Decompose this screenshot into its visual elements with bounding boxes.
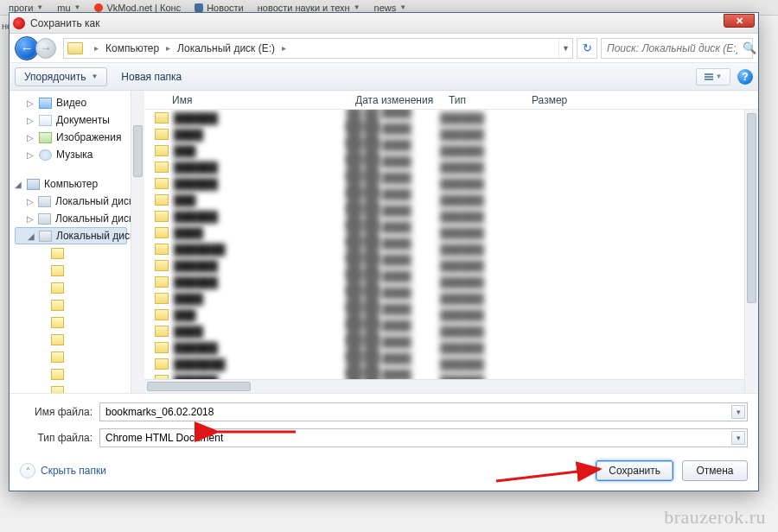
tree-node-icon — [38, 196, 51, 207]
file-row[interactable]: ██████ ██.██.████ ██:██ ██████ — [144, 257, 758, 274]
tree-node-icon — [27, 179, 40, 190]
organize-button[interactable]: Упорядочить▼ — [15, 67, 107, 86]
history-dropdown[interactable]: ▼ — [558, 39, 572, 58]
nav-forward-button[interactable]: → — [35, 38, 56, 59]
file-row[interactable]: ███████ ██.██.████ ██:██ ██████ — [144, 356, 758, 372]
tree-item[interactable]: ▷Локальный диск (D:) — [15, 210, 143, 227]
file-row[interactable]: ███ ██.██.████ ██:██ ██████ — [144, 307, 758, 323]
tree-item[interactable]: ▷Документы — [15, 111, 143, 129]
col-type[interactable]: Тип — [440, 94, 523, 106]
scrollbar-thumb[interactable] — [133, 125, 143, 177]
file-row[interactable]: ██████ ██.██.████ ██:██ ██████ — [144, 159, 758, 175]
file-row[interactable]: ████ ██.██.████ ██:██ ██████ — [144, 323, 758, 339]
tree-scrollbar[interactable] — [131, 91, 144, 393]
tree-twisty-icon[interactable]: ▷ — [27, 116, 35, 125]
chevron-right-icon[interactable]: ▸ — [88, 43, 105, 53]
filetype-dropdown[interactable]: ▾ — [731, 431, 745, 445]
list-scrollbar-horizontal[interactable] — [144, 379, 744, 393]
breadcrumb-root[interactable]: Компьютер — [105, 42, 160, 54]
folder-icon — [155, 260, 169, 271]
chevron-right-icon[interactable]: ▸ — [160, 43, 176, 53]
search-box[interactable]: 🔍 — [601, 38, 753, 59]
tree-item[interactable] — [15, 296, 143, 314]
file-row[interactable]: ███ ██.██.████ ██:██ ██████ — [144, 142, 758, 159]
tree-item[interactable]: ▷Видео — [15, 94, 143, 111]
tree-item[interactable] — [15, 244, 143, 262]
tree-node-icon — [51, 317, 64, 328]
tree-item[interactable]: ◢Локальный диск (E:) — [15, 227, 127, 244]
tree-node-icon — [51, 369, 64, 380]
tree-item[interactable] — [15, 348, 143, 365]
col-size[interactable]: Размер — [523, 94, 592, 106]
chevron-right-icon[interactable]: ▸ — [276, 43, 292, 53]
col-name[interactable]: Имя — [163, 94, 347, 106]
save-button[interactable]: Сохранить — [596, 460, 673, 481]
tree-twisty-icon[interactable]: ▷ — [27, 197, 34, 206]
yandex-icon — [94, 3, 103, 12]
tree-item[interactable] — [15, 365, 143, 383]
tree-twisty-icon[interactable]: ▷ — [27, 133, 35, 142]
tree-twisty-icon[interactable]: ▷ — [27, 214, 34, 224]
file-row[interactable]: ██████ ██.██.████ ██:██ ██████ — [144, 339, 758, 356]
tree-label — [68, 351, 86, 363]
tree-twisty-icon[interactable]: ▷ — [27, 150, 35, 160]
list-scrollbar-vertical[interactable] — [744, 110, 758, 393]
file-row[interactable]: ██████ ██.██.████ ██:██ ██████ — [144, 110, 758, 126]
file-row[interactable]: ███ ██.██.████ ██:██ ██████ — [144, 192, 758, 208]
tree-item[interactable]: ▷Изображения — [15, 129, 143, 146]
tree-node-icon — [51, 300, 64, 311]
tree-item[interactable]: ◢Компьютер — [15, 175, 143, 193]
file-row[interactable]: ██████ ██.██.████ ██:██ ██████ — [144, 208, 758, 225]
col-date[interactable]: Дата изменения — [347, 94, 440, 106]
navigation-tree[interactable]: ▷Видео▷Документы▷Изображения▷Музыка◢Комп… — [10, 91, 144, 393]
tree-node-icon — [39, 149, 52, 161]
column-headers[interactable]: Имя Дата изменения Тип Размер — [144, 91, 758, 110]
breadcrumb-path[interactable]: Локальный диск (E:) — [176, 42, 276, 54]
refresh-button[interactable]: ↻ — [577, 38, 597, 59]
folder-icon — [155, 211, 169, 222]
help-button[interactable]: ? — [737, 69, 753, 85]
tree-item[interactable] — [15, 279, 143, 296]
tree-label — [68, 385, 100, 393]
filetype-select[interactable] — [99, 428, 748, 447]
tree-twisty-icon[interactable]: ◢ — [15, 180, 22, 189]
scrollbar-thumb[interactable] — [747, 113, 756, 303]
folder-icon — [155, 145, 169, 156]
tree-node-icon — [51, 334, 64, 345]
file-row[interactable]: ████ ██.██.████ ██:██ ██████ — [144, 290, 758, 307]
view-mode-button[interactable]: ▼ — [696, 68, 730, 86]
save-as-dialog: Сохранить как ✕ ← → ▸ Компьютер ▸ Локаль… — [9, 12, 759, 491]
filename-history-dropdown[interactable]: ▾ — [731, 405, 745, 419]
close-button[interactable]: ✕ — [724, 14, 755, 28]
tree-item[interactable] — [15, 383, 143, 393]
file-list[interactable]: Имя Дата изменения Тип Размер ██████ ██.… — [144, 91, 758, 393]
tree-node-icon — [39, 231, 52, 242]
tree-label: Компьютер — [44, 178, 98, 190]
file-row[interactable]: ████ ██.██.████ ██:██ ██████ — [144, 225, 758, 241]
file-row[interactable]: ███████ ██.██.████ ██:██ ██████ — [144, 241, 758, 257]
search-input[interactable] — [602, 42, 743, 54]
chevron-up-icon: ˄ — [20, 463, 35, 478]
tree-item[interactable] — [15, 262, 143, 279]
file-row[interactable]: ██████ ██.██.████ ██:██ ██████ — [144, 175, 758, 192]
tree-label — [68, 299, 103, 311]
file-row[interactable]: ████ ██.██.████ ██:██ ██████ — [144, 126, 758, 142]
scrollbar-thumb[interactable] — [147, 382, 251, 391]
hide-folders-link[interactable]: ˄ Скрыть папки — [20, 463, 106, 478]
cancel-button[interactable]: Отмена — [682, 460, 748, 481]
tree-twisty-icon[interactable]: ◢ — [28, 231, 35, 241]
folder-icon — [155, 178, 169, 189]
tree-item[interactable] — [15, 314, 143, 331]
nav-row: ← → ▸ Компьютер ▸ Локальный диск (E:) ▸ … — [10, 34, 758, 63]
tree-item[interactable]: ▷Локальный диск (C:) — [15, 193, 143, 210]
tree-item[interactable] — [15, 331, 143, 348]
tree-node-icon — [51, 282, 64, 294]
search-icon[interactable]: 🔍 — [743, 41, 756, 54]
file-row[interactable]: ██████ ██.██.████ ██:██ ██████ — [144, 274, 758, 290]
titlebar[interactable]: Сохранить как ✕ — [10, 13, 758, 34]
address-breadcrumb[interactable]: ▸ Компьютер ▸ Локальный диск (E:) ▸ ▼ — [63, 38, 573, 59]
tree-item[interactable]: ▷Музыка — [15, 146, 143, 163]
tree-twisty-icon[interactable]: ▷ — [27, 98, 35, 108]
new-folder-button[interactable]: Новая папка — [114, 69, 188, 85]
filename-input[interactable] — [99, 402, 748, 421]
